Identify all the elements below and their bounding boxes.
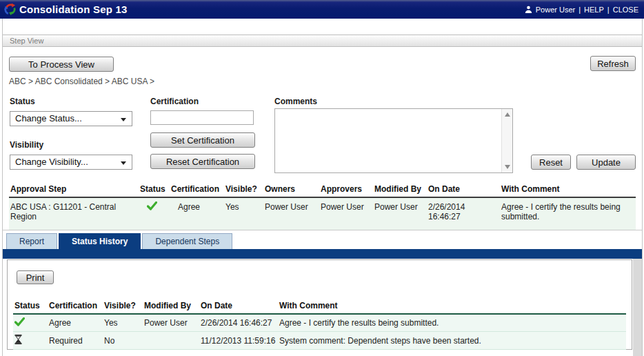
certification-input[interactable] [150,110,254,125]
to-process-view-button[interactable]: To Process View [9,57,114,72]
on-date-cell: 11/12/2013 11:59:16 [199,332,278,350]
owners-cell: Power User [263,197,319,230]
status-cell [139,197,170,230]
col-with-comment: With Comment [278,299,626,314]
visible-cell: Yes [224,197,263,230]
green-check-icon [147,201,157,210]
visibility-select[interactable]: Change Visibility... [10,155,132,170]
separator: | [578,6,581,14]
col-owners: Owners [263,182,319,197]
scroll-down-icon[interactable] [505,165,510,169]
visible-cell: Yes [103,314,143,332]
col-visible: Visible? [103,299,143,314]
table-row: ABC USA : G11201 - Central Region Agree … [9,197,636,230]
certification-cell: Required [48,332,103,350]
chevron-down-icon [121,118,126,121]
visibility-select-value: Change Visibility... [15,157,88,167]
col-on-date: On Date [427,182,500,197]
refresh-button[interactable]: Refresh [590,56,636,71]
with-comment-cell: System comment: Dependent steps have bee… [278,332,626,350]
tabs-section: Report Status History Dependent Steps [3,233,642,259]
scroll-up-icon[interactable] [505,112,510,117]
modified-by-cell [143,332,199,350]
reset-button[interactable]: Reset [531,155,571,170]
tab-dependent-steps[interactable]: Dependent Steps [142,233,232,249]
col-status: Status [13,299,48,314]
app-titlebar: Consolidation Sep 13 Power User | HELP |… [0,0,644,19]
certification-label: Certification [150,97,199,106]
history-header-row: Status Certification Visible? Modified B… [13,299,626,314]
comments-label: Comments [274,97,317,106]
comments-textarea[interactable] [274,108,513,173]
breadcrumb: ABC > ABC Consolidated > ABC USA > [9,77,154,86]
approval-table-header-row: Approval Step Status Certification Visib… [9,182,636,197]
help-link[interactable]: HELP [584,6,604,14]
reset-certification-button[interactable]: Reset Certification [150,154,255,169]
on-date-cell: 2/26/2014 16:46:27 [427,197,500,230]
person-icon [525,6,532,13]
on-date-cell: 2/26/2014 16:46:27 [199,314,278,332]
col-certification: Certification [48,299,103,314]
status-history-section: Print Status Certification Visible? Modi… [3,259,642,356]
visibility-label: Visibility [10,140,43,150]
table-row: Agree Yes Power User 2/26/2014 16:46:27 … [13,314,626,332]
approval-step-cell: ABC USA : G11201 - Central Region [9,197,139,230]
approvers-cell: Power User [319,197,373,230]
with-comment-cell: Agree - I certify the results being subm… [500,197,636,230]
update-button[interactable]: Update [576,155,636,170]
set-certification-button[interactable]: Set Certification [150,132,255,148]
status-label: Status [10,97,35,106]
status-history-table: Status Certification Visible? Modified B… [13,299,626,350]
tab-report[interactable]: Report [6,233,57,249]
col-certification: Certification [170,182,224,197]
col-status: Status [139,182,170,197]
current-user-label: Power User [536,6,575,14]
col-on-date: On Date [199,299,278,314]
col-approvers: Approvers [319,182,373,197]
col-modified-by: Modified By [373,182,427,197]
status-cell [13,332,48,350]
col-approval-step: Approval Step [9,182,139,197]
visible-cell: No [103,332,143,350]
approval-step-table: Approval Step Status Certification Visib… [9,182,636,230]
certification-cell: Agree [48,314,103,332]
with-comment-cell: Agree - I certify the results being subm… [278,314,626,332]
step-view-header: Step View [3,34,642,47]
status-history-panel: Print Status Certification Visible? Modi… [7,259,632,350]
main-container: Step View To Process View Refresh ABC > … [2,19,643,356]
status-select[interactable]: Change Status... [10,111,132,126]
right-gutter [633,259,642,356]
col-modified-by: Modified By [143,299,199,314]
chevron-down-icon [121,161,126,165]
col-visible: Visible? [224,182,263,197]
cycle-arrows-icon [3,3,17,16]
col-with-comment: With Comment [500,182,636,197]
tab-status-history[interactable]: Status History [59,233,141,249]
page-title: Consolidation Sep 13 [19,3,128,15]
table-row: Required No 11/12/2013 11:59:16 System c… [13,332,626,350]
hourglass-icon [14,335,22,344]
status-select-value: Change Status... [15,113,82,123]
comments-scrollbar[interactable] [501,109,512,172]
green-check-icon [14,317,25,326]
print-button[interactable]: Print [17,270,54,284]
step-view-panel: To Process View Refresh ABC > ABC Consol… [3,47,642,230]
certification-cell: Agree [170,197,224,230]
tab-strip [3,249,642,259]
modified-by-cell: Power User [143,314,199,332]
separator: | [607,6,610,14]
close-link[interactable]: CLOSE [613,6,638,14]
status-cell [13,314,48,332]
modified-by-cell: Power User [373,197,427,230]
